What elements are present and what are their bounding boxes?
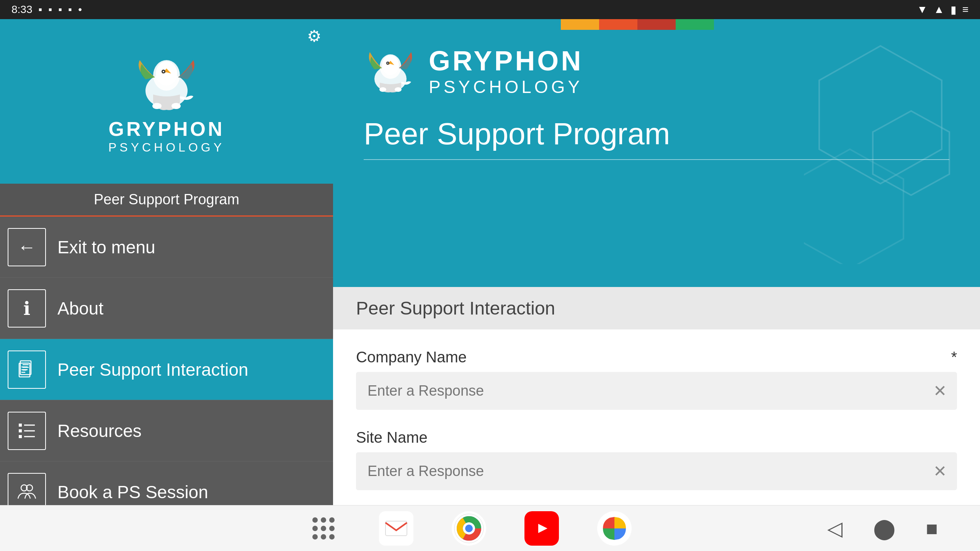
info-icon: ℹ (8, 289, 46, 328)
exit-icon: ← (8, 228, 46, 266)
recents-button[interactable]: ■ (922, 513, 942, 544)
document-icon (8, 350, 46, 389)
settings-icon[interactable]: ⚙ (307, 27, 322, 46)
svg-point-28 (382, 55, 399, 75)
app-container: ⚙ (0, 19, 980, 551)
color-bar (561, 19, 752, 30)
battery-icon: ▮ (951, 3, 956, 16)
main-content: GRYPHON PSYCHOLOGY Peer Support Program … (333, 19, 980, 551)
peer-support-label: Peer Support Interaction (57, 359, 248, 380)
signal-icon: ▲ (934, 3, 944, 16)
company-name-input-wrapper: ✕ (356, 372, 957, 410)
youtube-button[interactable] (524, 511, 559, 546)
psychology-text: PSYCHOLOGY (108, 140, 225, 155)
notification-icon-4: ▪ (68, 3, 72, 16)
resources-label: Resources (57, 421, 142, 441)
griffin-logo-icon (132, 52, 201, 114)
svg-marker-23 (819, 46, 942, 184)
site-name-clear-button[interactable]: ✕ (926, 458, 953, 485)
svg-point-32 (395, 87, 402, 92)
color-seg-1 (561, 19, 599, 30)
header-gryphon-text: GRYPHON (429, 45, 583, 77)
color-seg-3 (637, 19, 676, 30)
svg-marker-25 (804, 149, 903, 264)
sidebar-item-resources[interactable]: Resources (0, 400, 333, 461)
svg-point-31 (379, 87, 386, 92)
wifi-icon: ▼ (917, 3, 928, 16)
svg-marker-24 (873, 111, 949, 195)
home-button[interactable]: ⬤ (869, 513, 899, 544)
sidebar-logo-text: GRYPHON PSYCHOLOGY (108, 117, 225, 155)
company-name-required: * (951, 349, 957, 366)
notification-icon-1: ▪ (39, 3, 42, 16)
svg-point-4 (163, 71, 164, 72)
time-display: 8:33 (11, 3, 33, 16)
svg-rect-33 (385, 521, 407, 536)
company-name-clear-button[interactable]: ✕ (926, 378, 953, 404)
color-seg-4 (676, 19, 714, 30)
svg-rect-15 (19, 424, 22, 427)
apps-grid-icon (305, 510, 341, 546)
svg-point-30 (387, 63, 389, 64)
company-name-group: Company Name * ✕ (356, 349, 957, 410)
header-logo-text: GRYPHON PSYCHOLOGY (429, 45, 583, 97)
color-seg-2 (599, 19, 637, 30)
notification-icon-3: ▪ (58, 3, 62, 16)
svg-point-40 (465, 525, 473, 532)
sidebar-item-exit[interactable]: ← Exit to menu (0, 217, 333, 278)
about-label: About (57, 298, 103, 319)
menu-icon: ≡ (962, 3, 969, 16)
svg-point-6 (172, 103, 181, 109)
dot-icon: • (78, 3, 82, 16)
youtube-icon (528, 518, 555, 538)
gmail-button[interactable] (379, 511, 413, 546)
site-name-input-wrapper: ✕ (356, 452, 957, 490)
hex-decor-icon (804, 34, 957, 264)
site-name-group: Site Name ✕ (356, 429, 957, 490)
site-name-label: Site Name (356, 429, 957, 446)
exit-label: Exit to menu (57, 237, 155, 258)
gmail-icon (385, 519, 408, 538)
svg-point-5 (152, 103, 162, 109)
bottom-nav: ◁ ⬤ ■ (0, 505, 980, 551)
sidebar-header: ⚙ (0, 19, 333, 184)
status-bar: 8:33 ▪ ▪ ▪ ▪ • ▼ ▲ ▮ ≡ (0, 0, 980, 19)
sidebar-program-title: Peer Support Program (0, 184, 333, 217)
company-name-input[interactable] (356, 372, 926, 410)
notification-icon-2: ▪ (48, 3, 52, 16)
sidebar: ⚙ (0, 19, 333, 551)
status-bar-left: 8:33 ▪ ▪ ▪ ▪ • (11, 3, 82, 16)
header-griffin-icon (364, 48, 417, 94)
resources-icon (8, 412, 46, 450)
svg-rect-17 (19, 429, 22, 432)
chrome-button[interactable] (452, 511, 486, 546)
chrome-icon (454, 513, 484, 544)
svg-rect-19 (19, 435, 22, 438)
bottom-nav-center (306, 511, 632, 546)
color-seg-5 (714, 19, 752, 30)
document-svg (17, 360, 36, 379)
site-name-input[interactable] (356, 452, 926, 490)
sidebar-item-peer-support[interactable]: Peer Support Interaction (0, 339, 333, 400)
header-psychology-text: PSYCHOLOGY (429, 77, 583, 97)
svg-marker-41 (538, 524, 547, 533)
back-button[interactable]: ◁ (823, 513, 846, 544)
photos-icon (599, 513, 630, 544)
header-card: GRYPHON PSYCHOLOGY Peer Support Program (333, 19, 980, 287)
company-name-label: Company Name * (356, 349, 957, 366)
form-section-header: Peer Support Interaction (333, 287, 980, 329)
list-svg (17, 421, 36, 440)
bottom-nav-right: ◁ ⬤ ■ (823, 513, 942, 544)
sidebar-logo: GRYPHON PSYCHOLOGY (108, 52, 225, 155)
gryphon-text: GRYPHON (108, 117, 225, 140)
apps-button[interactable] (306, 511, 341, 546)
status-bar-right: ▼ ▲ ▮ ≡ (917, 3, 969, 16)
book-label: Book a PS Session (57, 482, 208, 502)
photos-button[interactable] (597, 511, 632, 546)
sidebar-item-about[interactable]: ℹ About (0, 278, 333, 339)
svg-point-2 (156, 61, 177, 86)
people-svg (17, 483, 36, 502)
